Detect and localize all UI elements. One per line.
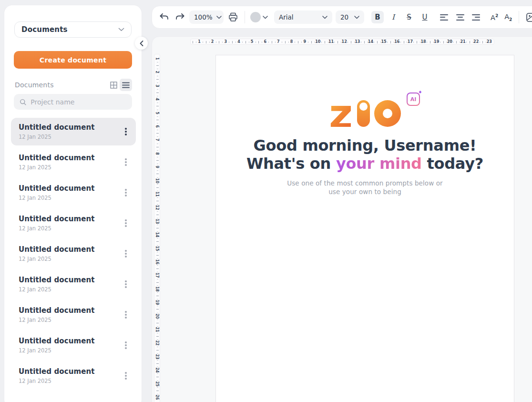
document-list-item[interactable]: Untitled document12 Jan 2025 [11,209,136,237]
ruler-number: 11 [328,40,334,44]
align-right-button[interactable] [470,11,482,23]
sidebar-collapse-button[interactable] [135,37,148,50]
ruler-tick [262,41,262,43]
kebab-menu-button[interactable] [122,248,130,259]
ruler-tick [470,41,470,43]
ruler-tick [325,41,325,43]
kebab-menu-button[interactable] [122,126,130,137]
kebab-menu-button[interactable] [122,217,130,229]
ruler-tick [156,363,159,364]
ruler-tick [156,323,159,323]
ruler-tick [285,41,286,43]
ruler-number: 20 [447,40,452,44]
subtitle-line2: use your own to being [216,188,514,196]
document-title: Untitled document [19,337,122,345]
strikethrough-button[interactable]: S [403,11,415,23]
ruler-number: 10 [155,178,159,183]
ruler-number: 2 [211,40,214,44]
ruler-number: 21 [155,327,159,332]
zoom-select[interactable]: 100% [189,10,224,24]
ruler-tick [482,41,483,43]
search-input[interactable] [31,98,126,106]
underline-button[interactable]: U [419,11,431,23]
editor-canvas: 1234567891011121314151617181920212223 12… [152,36,532,402]
ruler-tick [235,41,236,43]
ruler-tick [374,41,374,43]
document-date: 12 Jan 2025 [19,317,122,323]
document-list-item[interactable]: Untitled document12 Jan 2025 [11,362,136,390]
grid-view-button[interactable] [107,79,120,91]
ruler-tick [156,93,159,93]
document-item-text: Untitled document12 Jan 2025 [19,337,122,354]
document-list-item[interactable]: Untitled document12 Jan 2025 [11,270,136,298]
document-list-item[interactable]: Untitled document12 Jan 2025 [11,240,136,268]
vertical-ruler[interactable]: 1234567891011121314151617181920212223242… [154,54,160,402]
kebab-menu-button[interactable] [122,187,130,198]
undo-button[interactable] [158,11,170,23]
document-title: Untitled document [19,154,122,162]
ruler-tick [480,41,480,43]
search-field[interactable] [14,94,132,110]
ruler-tick [311,41,312,43]
ruler-tick [275,41,276,43]
kebab-menu-button[interactable] [122,309,130,320]
ruler-tick [156,336,159,337]
ruler-tick [156,106,159,106]
create-document-button[interactable]: Create document [14,51,132,69]
ruler-tick [157,144,158,144]
subtitle-line1: Use one of the most common prompts below… [216,179,514,188]
toolbar-divider [519,11,519,23]
align-left-button[interactable] [438,11,450,23]
horizontal-ruler[interactable]: 1234567891011121314151617181920212223 [190,39,494,45]
kebab-menu-button[interactable] [122,156,130,168]
document-title: Untitled document [19,184,122,193]
ruler-tick [157,347,158,347]
ruler-number: 13 [355,40,360,44]
ruler-tick [301,41,302,43]
print-button[interactable] [227,11,239,23]
bold-button[interactable]: B [371,11,384,23]
italic-button[interactable]: I [387,11,399,23]
ruler-number: 14 [368,40,373,44]
document-date: 12 Jan 2025 [19,195,122,201]
list-view-button[interactable] [120,79,132,91]
document-list-item[interactable]: Untitled document12 Jan 2025 [11,148,136,176]
document-page[interactable]: z AI ✦ Good morning, Username! What's on… [215,55,514,402]
logo-letter-o [374,100,401,127]
chevron-down-icon [322,16,327,19]
kebab-menu-button[interactable] [122,278,130,290]
ruler-tick [156,309,159,309]
ruler-tick [156,255,159,256]
insert-image-button[interactable] [524,11,532,23]
redo-button[interactable] [174,11,186,23]
document-list-item[interactable]: Untitled document12 Jan 2025 [11,118,136,145]
font-size-select[interactable]: 20 [336,10,364,24]
font-family-select[interactable]: Arial [274,10,332,24]
kebab-menu-button[interactable] [122,340,130,351]
ruler-tick [157,197,158,198]
ruler-tick [216,41,216,43]
text-color-picker[interactable] [250,12,268,22]
ruler-tick [272,41,272,43]
document-list-item[interactable]: Untitled document12 Jan 2025 [11,301,136,329]
ruler-number: 5 [155,110,159,115]
ruler-number: 20 [155,313,159,319]
ruler-tick [242,41,243,43]
document-list-item[interactable]: Untitled document12 Jan 2025 [11,331,136,359]
align-center-button[interactable] [454,11,466,23]
ruler-number: 23 [155,354,159,359]
ruler-tick [157,157,158,157]
ruler-tick [249,41,249,43]
ruler-tick [157,225,158,225]
ruler-tick [229,41,229,43]
subscript-button[interactable]: A2 [503,13,513,22]
ruler-number: 18 [420,40,426,44]
kebab-menu-button[interactable] [122,370,130,381]
workspace-selector[interactable]: Documents [14,21,132,38]
ruler-tick [209,41,210,43]
document-list-item[interactable]: Untitled document12 Jan 2025 [11,179,136,206]
ruler-number: 22 [155,340,159,346]
ruler-tick [334,41,335,43]
ruler-tick [390,41,391,43]
superscript-button[interactable]: A2 [489,13,500,21]
